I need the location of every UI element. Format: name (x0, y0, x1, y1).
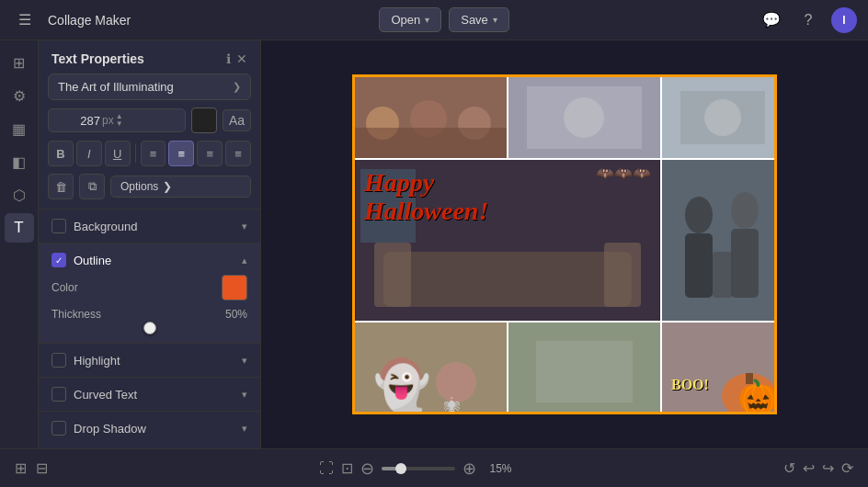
fullscreen-icon[interactable]: ⛶ (319, 460, 334, 477)
collage-cell-2[interactable] (508, 77, 660, 158)
font-size-input[interactable] (54, 114, 100, 128)
zoom-slider[interactable] (382, 467, 455, 470)
topbar: ☰ Collage Maker Open ▾ Save ▾ 💬 ? I (0, 0, 868, 40)
halloween-bg (355, 160, 660, 321)
sidebar-item-emoji[interactable]: ⬡ (5, 180, 34, 210)
color-row: Color (51, 275, 247, 300)
delete-button[interactable]: 🗑 (48, 174, 74, 199)
zoom-slider-thumb[interactable] (395, 463, 406, 474)
grid-icon: ⊞ (13, 54, 25, 72)
collage-cell-3[interactable] (662, 77, 777, 158)
curved-text-section-header[interactable]: Curved Text ▾ (51, 387, 247, 402)
open-button[interactable]: Open ▾ (379, 7, 441, 32)
sidebar-item-menu[interactable]: ⊞ (5, 48, 34, 77)
size-row: px ▲ ▼ Aa (48, 108, 251, 133)
options-button[interactable]: Options ❯ (110, 176, 251, 198)
background-label: Background (74, 220, 234, 233)
outline-toggle-icon[interactable]: ▴ (242, 255, 247, 266)
bottombar-left: ⊞ ⊟ (15, 459, 48, 477)
svg-rect-15 (360, 169, 416, 243)
color-picker-button[interactable] (191, 108, 217, 133)
comment-button[interactable]: 💬 (758, 6, 785, 34)
topbar-left: ☰ Collage Maker (11, 6, 131, 34)
collage-cell-bottom1[interactable]: 👻 🕷 (355, 323, 507, 414)
underline-button[interactable]: U (105, 141, 131, 166)
sidebar-item-text[interactable]: T (5, 213, 34, 243)
align-justify-button[interactable]: ≡ (225, 141, 251, 166)
duplicate-button[interactable]: ⧉ (79, 174, 105, 199)
panel-title: Text Properties (51, 51, 144, 66)
save-button[interactable]: Save ▾ (449, 7, 509, 32)
outline-color-swatch[interactable] (222, 275, 247, 300)
svg-rect-20 (731, 229, 759, 298)
thickness-value: 50% (215, 308, 247, 321)
bottombar-center: ⛶ ⊡ ⊖ ⊕ 15% (48, 459, 783, 479)
crop-icon[interactable]: ⊡ (341, 459, 353, 477)
refresh-icon[interactable]: ↺ (783, 459, 795, 477)
drop-shadow-section: Drop Shadow ▾ (39, 411, 260, 445)
actions-row: 🗑 ⧉ Options ❯ (48, 174, 251, 199)
background-toggle-icon[interactable]: ▾ (242, 221, 247, 232)
emoji-icon: ⬡ (13, 187, 26, 204)
sidebar-item-sliders[interactable]: ⚙ (5, 81, 34, 110)
highlight-section-header[interactable]: Highlight ▾ (51, 353, 247, 368)
thickness-slider-thumb[interactable] (143, 322, 156, 334)
drop-shadow-toggle-icon[interactable]: ▾ (242, 423, 247, 435)
zoom-percent: 15% (489, 462, 511, 475)
panel-header-icons: ℹ ✕ (226, 51, 247, 66)
outline-label: Outline (74, 254, 234, 267)
canvas-area[interactable]: HappyHalloween! 🦇🦇🦇 (261, 40, 868, 448)
background-checkbox[interactable] (51, 219, 66, 233)
avatar[interactable]: I (831, 7, 857, 33)
svg-rect-4 (355, 128, 507, 158)
save-caret-icon: ▾ (493, 15, 497, 25)
sidebar-item-layout[interactable]: ▦ (5, 114, 34, 143)
drop-shadow-checkbox[interactable] (51, 421, 66, 436)
thickness-prop-label: Thickness (51, 308, 101, 321)
redo-icon[interactable]: ↪ (822, 459, 834, 477)
svg-point-7 (564, 97, 604, 138)
collage-cell-bottom2[interactable] (508, 323, 660, 414)
collage-cell-bottom3[interactable]: BOO! 🎃 (662, 323, 777, 414)
highlight-checkbox[interactable] (51, 353, 66, 368)
sidebar-item-layers[interactable]: ◧ (5, 147, 34, 176)
menu-icon: ☰ (18, 11, 31, 28)
outline-section-header[interactable]: Outline ▴ (51, 253, 247, 267)
close-icon[interactable]: ✕ (236, 51, 247, 66)
drop-shadow-section-header[interactable]: Drop Shadow ▾ (51, 421, 247, 436)
align-center-button[interactable]: ≡ (168, 141, 194, 166)
text-icon: T (14, 219, 23, 237)
background-section-header[interactable]: Background ▾ (51, 219, 247, 233)
cell-b2-img (508, 323, 660, 414)
highlight-section: Highlight ▾ (39, 343, 260, 377)
bottombar: ⊞ ⊟ ⛶ ⊡ ⊖ ⊕ 15% ↺ ↩ ↪ ⟳ (0, 448, 868, 487)
align-left-button[interactable]: ≡ (141, 141, 166, 166)
size-down-icon[interactable]: ▼ (116, 120, 123, 128)
curved-text-checkbox[interactable] (51, 387, 66, 402)
cell-1-img (355, 77, 507, 158)
menu-button[interactable]: ☰ (11, 6, 39, 34)
font-selector[interactable]: The Art of Illuminating ❯ (48, 74, 251, 100)
help-button[interactable]: ? (794, 6, 822, 34)
italic-button[interactable]: I (76, 141, 102, 166)
size-unit: px (102, 114, 114, 127)
undo-icon[interactable]: ↩ (803, 459, 815, 477)
highlight-toggle-icon[interactable]: ▾ (242, 355, 247, 367)
grid-icon[interactable]: ⊟ (36, 459, 48, 477)
info-icon[interactable]: ℹ (226, 51, 231, 66)
align-right-button[interactable]: ≡ (197, 141, 223, 166)
svg-rect-26 (536, 341, 633, 402)
zoom-in-icon[interactable]: ⊕ (463, 459, 476, 479)
bold-button[interactable]: B (48, 141, 74, 166)
curved-text-toggle-icon[interactable]: ▾ (242, 389, 247, 401)
history-icon[interactable]: ⟳ (841, 459, 853, 477)
help-icon: ? (805, 12, 813, 28)
collage-cell-halloween[interactable]: HappyHalloween! 🦇🦇🦇 (355, 160, 660, 321)
collage-cell-people[interactable] (662, 160, 777, 321)
outline-checkbox[interactable] (51, 253, 66, 267)
layers-icon[interactable]: ⊞ (15, 459, 27, 477)
text-case-button[interactable]: Aa (223, 109, 251, 131)
zoom-out-icon[interactable]: ⊖ (360, 459, 374, 479)
svg-rect-18 (685, 233, 713, 298)
collage-cell-1[interactable] (355, 77, 507, 158)
